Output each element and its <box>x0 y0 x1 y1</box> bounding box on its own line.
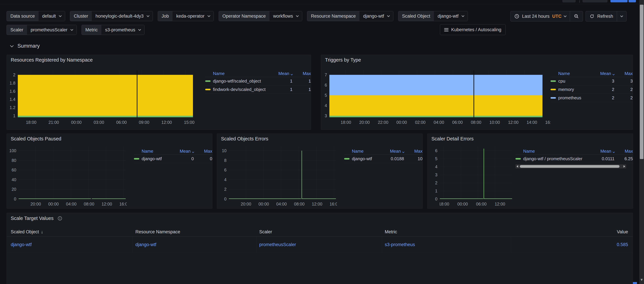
scrollbar-right-arrow-icon[interactable] <box>624 165 625 168</box>
legend-max-value: 1 <box>292 87 311 92</box>
variable-value-dropdown[interactable]: s3-prometheus <box>101 25 144 35</box>
x-axis-tick-label: 00:00 <box>396 120 407 125</box>
legend-column-header-sorted[interactable]: Mean <box>589 149 614 154</box>
legend-column-header[interactable]: Name <box>344 149 379 154</box>
panel-title[interactable]: Triggers by Type <box>325 57 361 63</box>
time-range-label: Last 24 hours <box>522 14 550 19</box>
panel-title[interactable]: Scaled Objects Errors <box>221 136 268 142</box>
chart-plot-area[interactable] <box>18 70 193 117</box>
series-area-django-wtf-scaled-object <box>18 116 193 117</box>
legend-column-header[interactable]: Max <box>614 149 633 154</box>
legend-series-name[interactable]: memory <box>550 87 589 92</box>
scrollbar-down-arrow-icon[interactable]: ▼ <box>639 278 644 282</box>
save-button-partial[interactable] <box>610 0 628 2</box>
series-line-django-wtf <box>19 198 91 199</box>
refresh-button[interactable]: Refresh <box>586 11 617 21</box>
variable-value-dropdown[interactable]: keda-operator <box>172 11 214 21</box>
legend-horizontal-scrollbar[interactable] <box>516 164 626 168</box>
y-axis-tick-label: 8 <box>224 158 226 163</box>
top-nav-strip <box>0 0 644 4</box>
legend-column-header[interactable]: Max <box>404 149 422 154</box>
panel-title[interactable]: Resources Registered by Namespace <box>11 57 92 63</box>
variable-value-dropdown[interactable]: default <box>38 11 65 21</box>
legend-series-marker <box>516 158 521 160</box>
nav-button-partial-2[interactable] <box>582 0 608 2</box>
legend-series-name[interactable]: django-wtf <box>134 156 169 162</box>
variable-value-dropdown[interactable]: prometheusScaler <box>27 25 76 35</box>
gridline <box>440 167 512 167</box>
legend-series-name[interactable]: django-wtf <box>344 156 379 162</box>
chart-plot-area[interactable] <box>330 70 542 117</box>
panel-title[interactable]: Scaled Objects Paused <box>11 136 61 142</box>
time-range-picker[interactable]: Last 24 hours UTC <box>510 11 570 21</box>
legend-column-header[interactable]: Name <box>550 71 589 76</box>
save-dropdown-partial[interactable] <box>628 0 636 2</box>
legend-series-name[interactable]: findwork-dev/scaled_object <box>205 87 267 92</box>
table-column-header-scaler[interactable]: Scaler <box>256 227 382 236</box>
panel-scale-target-values: Scale Target Values Scaled Object↓Resour… <box>6 213 633 284</box>
legend-column-header[interactable]: Max <box>194 149 212 154</box>
x-axis-tick-label: 06:00 <box>116 120 127 125</box>
scrollbar-thumb[interactable] <box>520 165 620 168</box>
variable-operator-namespace[interactable]: Operator Namespaceworkflows <box>219 11 302 21</box>
chart-plot-area[interactable] <box>440 146 512 199</box>
legend-column-header-sorted[interactable]: Mean <box>169 149 194 154</box>
y-axis: 6543210 <box>428 146 440 208</box>
variable-metric[interactable]: Metrics3-prometheus <box>82 25 145 35</box>
x-axis-tick-label: 02:00 <box>415 120 426 125</box>
table-cell-link[interactable]: prometheusScaler <box>256 237 382 253</box>
vertical-scrollbar[interactable]: ▼ <box>639 0 644 284</box>
legend-series-label: cpu <box>558 78 565 84</box>
legend-series-name[interactable]: prometheus <box>550 95 589 100</box>
variable-scaler[interactable]: ScalerprometheusScaler <box>6 25 77 35</box>
scrollbar-thumb[interactable] <box>640 5 644 159</box>
zoom-out-icon <box>574 14 579 19</box>
refresh-interval-dropdown[interactable] <box>617 11 626 21</box>
table-column-header-value[interactable]: Value <box>511 227 633 236</box>
variable-value-dropdown[interactable]: django-wtf <box>360 11 393 21</box>
y-axis-tick-label: 1 <box>435 188 438 194</box>
panel-title[interactable]: Scaler Detail Errors <box>432 136 474 142</box>
variable-value-dropdown[interactable]: django-wtf <box>434 11 468 21</box>
legend-column-header[interactable]: Name <box>205 71 267 76</box>
x-axis-tick-label: 10:00 <box>490 120 500 125</box>
zoom-out-button[interactable] <box>570 11 583 21</box>
section-header-summary[interactable]: Summary <box>10 41 40 51</box>
variable-resource-namespace[interactable]: Resource Namespacedjango-wtf <box>307 11 393 21</box>
variable-cluster[interactable]: Clusterhoneylogic-default-4dy3 <box>70 11 153 21</box>
variable-data-source[interactable]: Data sourcedefault <box>6 11 65 21</box>
variable-selected-value: django-wtf <box>363 14 384 19</box>
legend-column-header[interactable]: Name <box>516 149 589 154</box>
legend-column-header[interactable]: Max <box>292 71 311 76</box>
scrollbar-left-arrow-icon[interactable] <box>516 165 518 168</box>
gridline <box>229 189 336 190</box>
legend-mean-value: 1 <box>267 87 292 92</box>
legend-column-header-sorted[interactable]: Mean <box>379 149 404 154</box>
chart-plot-area[interactable] <box>229 146 336 199</box>
legend-series-name[interactable]: django-wtf/scaled_object <box>205 78 267 84</box>
dashboard-link-kubernetes-autoscaling[interactable]: Kubernetes / Autoscaling <box>440 24 506 35</box>
nav-button-partial-1[interactable] <box>562 0 576 2</box>
legend-series-name[interactable]: cpu <box>550 78 589 84</box>
chart-plot-area[interactable] <box>19 146 126 199</box>
variable-value-dropdown[interactable]: workflows <box>270 11 302 21</box>
legend-column-header-sorted[interactable]: Mean <box>267 71 292 76</box>
legend-series-name[interactable]: django-wtf / prometheusScaler <box>516 156 589 162</box>
table-cell-link[interactable]: django-wtf <box>7 237 133 253</box>
table-column-header-resource-namespace[interactable]: Resource Namespace <box>133 227 256 236</box>
table-cell-link[interactable]: 0.585 <box>511 237 633 253</box>
legend-series-marker <box>205 89 210 90</box>
legend-column-header-sorted[interactable]: Mean <box>589 71 614 76</box>
legend-column-header[interactable]: Max <box>614 71 633 76</box>
nav-separator <box>580 0 580 3</box>
variable-job[interactable]: Jobkeda-operator <box>158 11 214 21</box>
table-column-header-metric[interactable]: Metric <box>382 227 511 236</box>
table-cell-link[interactable]: django-wtf <box>133 237 256 253</box>
panel-title[interactable]: Scale Target Values <box>11 216 54 221</box>
y-axis-tick-label: 1.4 <box>10 97 16 102</box>
legend-column-header[interactable]: Name <box>134 149 169 154</box>
variable-scaled-object[interactable]: Scaled Objectdjango-wtf <box>398 11 468 21</box>
variable-value-dropdown[interactable]: honeylogic-default-4dy3 <box>92 11 153 21</box>
table-column-header-scaled-object[interactable]: Scaled Object↓ <box>7 227 133 236</box>
table-cell-link[interactable]: s3-prometheus <box>382 237 511 253</box>
